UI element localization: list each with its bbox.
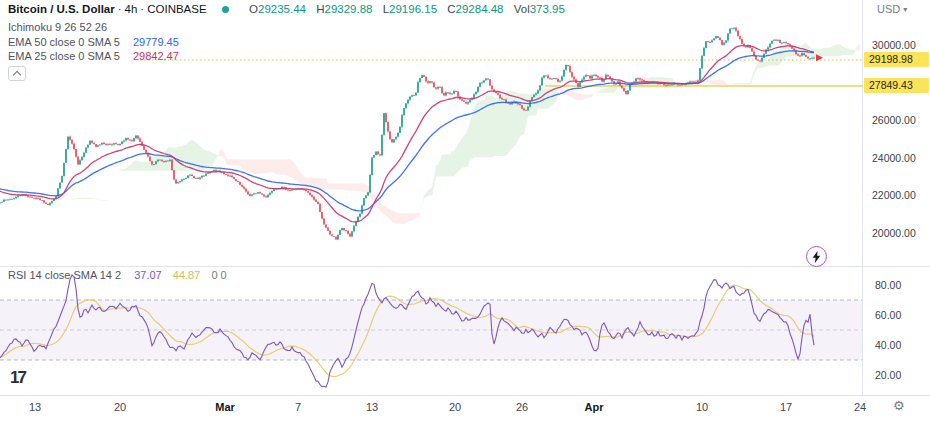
chevron-down-icon: ▾: [903, 5, 907, 14]
price-level-tag[interactable]: 27849.43: [864, 78, 929, 93]
timezone-settings-gear-icon[interactable]: ⚙: [893, 398, 905, 413]
symbol-title[interactable]: Bitcoin / U.S. Dollar: [8, 3, 115, 15]
time-axis-label[interactable]: 10: [696, 401, 708, 413]
tradingview-logo[interactable]: 17: [10, 368, 25, 388]
time-axis-label[interactable]: 20: [449, 401, 461, 413]
instant-trading-bolt-button[interactable]: [806, 246, 827, 267]
time-axis-label[interactable]: 26: [516, 401, 528, 413]
rsi-axis-label[interactable]: 20.00: [875, 369, 901, 381]
collapse-indicators-button[interactable]: [8, 66, 26, 81]
tradingview-chart-window: Bitcoin / U.S. Dollar·4h·COINBASE O29235…: [0, 0, 930, 427]
price-level-tag[interactable]: 29198.98: [864, 52, 929, 67]
time-axis-label[interactable]: 20: [114, 401, 126, 413]
rsi-axis-label[interactable]: 60.00: [875, 309, 901, 321]
time-axis-label[interactable]: 17: [780, 401, 792, 413]
time-axis-label[interactable]: Mar: [215, 401, 235, 413]
rsi-extra-values: 0 0: [211, 269, 226, 281]
ichimoku-label[interactable]: Ichimoku 9 26 52 26: [8, 21, 107, 33]
price-chart-canvas[interactable]: [0, 0, 930, 427]
rsi-axis-label[interactable]: 40.00: [875, 339, 901, 351]
ema50-label[interactable]: EMA 50 close 0 SMA 5: [8, 36, 120, 48]
price-axis-label[interactable]: 30000.00: [872, 39, 916, 51]
low-value: 29196.15: [389, 3, 437, 15]
close-label: C: [447, 3, 455, 15]
market-status-icon: [222, 6, 229, 13]
open-value: 29235.44: [258, 3, 306, 15]
lightning-bolt-icon: [812, 251, 821, 263]
price-axis-label[interactable]: 24000.00: [872, 152, 916, 164]
price-axis-label[interactable]: 22000.00: [872, 189, 916, 201]
ema50-value: 29779.45: [133, 36, 179, 48]
interval-label[interactable]: 4h: [125, 3, 138, 15]
volume-label: Vol: [514, 3, 530, 15]
high-value: 29329.88: [324, 3, 372, 15]
title-separator-2: ·: [140, 3, 144, 15]
symbol-header[interactable]: Bitcoin / U.S. Dollar·4h·COINBASE O29235…: [8, 3, 565, 15]
time-axis-label[interactable]: 7: [295, 401, 301, 413]
exchange-label[interactable]: COINBASE: [147, 3, 206, 15]
rsi-indicator-row[interactable]: RSI 14 close SMA 14 2 37.07 44.87 0 0: [8, 269, 227, 281]
ema50-indicator-row[interactable]: EMA 50 close 0 SMA 5 29779.45: [8, 36, 179, 48]
chevron-up-icon: [12, 71, 20, 79]
close-value: 29284.48: [456, 3, 504, 15]
price-axis-label[interactable]: 26000.00: [872, 114, 916, 126]
time-axis-label[interactable]: Apr: [585, 401, 604, 413]
price-axis-label[interactable]: 20000.00: [872, 227, 916, 239]
currency-axis-toggle[interactable]: USD ▾: [877, 3, 907, 15]
ema25-indicator-row[interactable]: EMA 25 close 0 SMA 5 29842.47: [8, 50, 179, 62]
rsi-ma-value: 44.87: [173, 269, 201, 281]
volume-value: 373.95: [530, 3, 565, 15]
currency-label: USD: [877, 3, 900, 15]
rsi-axis-label[interactable]: 80.00: [875, 279, 901, 291]
rsi-value: 37.07: [134, 269, 162, 281]
rsi-label[interactable]: RSI 14 close SMA 14 2: [8, 269, 121, 281]
open-label: O: [249, 3, 258, 15]
time-axis-label[interactable]: 13: [366, 401, 378, 413]
time-axis-label[interactable]: 13: [29, 401, 41, 413]
time-axis-label[interactable]: 24: [854, 401, 866, 413]
ichimoku-indicator-row[interactable]: Ichimoku 9 26 52 26: [8, 21, 107, 33]
title-separator: ·: [118, 3, 122, 15]
ema25-value: 29842.47: [133, 50, 179, 62]
ema25-label[interactable]: EMA 25 close 0 SMA 5: [8, 50, 120, 62]
